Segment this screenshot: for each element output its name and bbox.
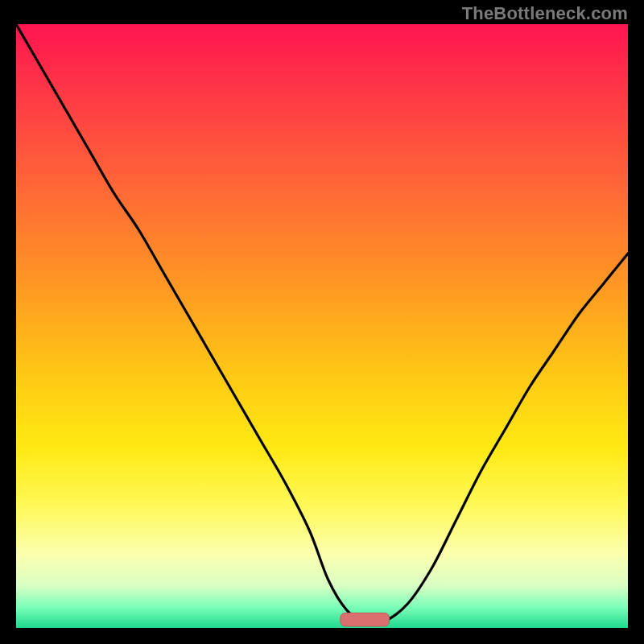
watermark-text: TheBottleneck.com — [462, 3, 628, 24]
chart-frame: TheBottleneck.com — [0, 0, 644, 644]
optimal-marker — [341, 613, 390, 627]
gradient-background — [16, 24, 628, 628]
plot-area — [16, 24, 628, 628]
bottleneck-chart — [16, 24, 628, 628]
